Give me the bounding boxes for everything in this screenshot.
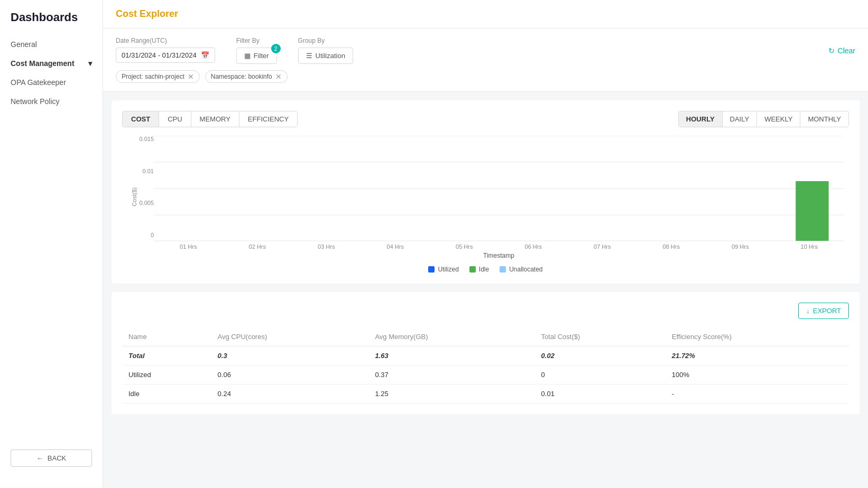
date-range-value: 01/31/2024 - 01/31/2024 — [122, 51, 197, 59]
selected-filters: Project: sachin-project ✕ Namespace: boo… — [116, 70, 855, 83]
cell-idle-cost: 0.01 — [535, 384, 666, 403]
x-label-07: 07 Hrs — [568, 243, 637, 250]
tab-cost[interactable]: COST — [123, 111, 159, 127]
table-row-total: Total 0.3 1.63 0.02 21.72% — [122, 346, 849, 365]
chip-label-namespace: Namespace: bookinfo — [211, 73, 272, 80]
cell-utilized-name: Utilized — [122, 365, 211, 384]
group-by-group: Group By ☰ Utilization — [298, 37, 353, 64]
sidebar-item-general[interactable]: General — [0, 35, 103, 54]
sidebar-item-cost-management[interactable]: Cost Management ▾ — [0, 54, 103, 73]
x-label-08: 08 Hrs — [637, 243, 706, 250]
cell-total-name: Total — [122, 346, 211, 365]
tab-weekly[interactable]: WEEKLY — [757, 111, 800, 127]
date-range-group: Date Range(UTC) 01/31/2024 - 01/31/2024 … — [116, 37, 215, 63]
y-label-0: 0 — [151, 232, 154, 238]
col-total-cost: Total Cost($) — [535, 327, 666, 346]
top-bar: Cost Explorer — [103, 0, 868, 29]
refresh-icon: ↻ — [828, 46, 835, 55]
col-avg-cpu: Avg CPU(cores) — [211, 327, 369, 346]
data-table: Name Avg CPU(cores) Avg Memory(GB) Total… — [122, 327, 849, 403]
filter-by-label: Filter By — [236, 37, 277, 44]
x-label-04: 04 Hrs — [361, 243, 430, 250]
x-label-10: 10 Hrs — [775, 243, 844, 250]
legend-unallocated: Unallocated — [500, 266, 542, 273]
col-avg-memory: Avg Memory(GB) — [368, 327, 534, 346]
group-by-label: Group By — [298, 37, 353, 44]
col-efficiency: Efficiency Score(%) — [666, 327, 849, 346]
col-name: Name — [122, 327, 211, 346]
chart-tabs-row: COST CPU MEMORY EFFICIENCY HOURLY DAILY … — [122, 111, 849, 127]
table-header-row: ↓ EXPORT — [122, 303, 849, 319]
tab-hourly[interactable]: HOURLY — [679, 111, 723, 127]
y-label-0015: 0.015 — [139, 136, 154, 142]
x-label-03: 03 Hrs — [292, 243, 361, 250]
chart-legend: Utilized Idle Unallocated — [122, 266, 849, 273]
cell-idle-name: Idle — [122, 384, 211, 403]
chart-wrapper: Cost($) 0.015 0.01 0.005 0 — [122, 136, 849, 259]
table-head: Name Avg CPU(cores) Avg Memory(GB) Total… — [122, 327, 849, 346]
table-header-row-cols: Name Avg CPU(cores) Avg Memory(GB) Total… — [122, 327, 849, 346]
x-axis-title: Timestamp — [154, 252, 844, 259]
chip-remove-namespace[interactable]: ✕ — [275, 73, 282, 80]
y-label-001: 0.01 — [143, 168, 154, 174]
x-axis-labels: 01 Hrs 02 Hrs 03 Hrs 04 Hrs 05 Hrs 06 Hr… — [154, 241, 844, 250]
tab-monthly[interactable]: MONTHLY — [800, 111, 848, 127]
sidebar-item-opa[interactable]: OPA Gatekeeper — [0, 73, 103, 92]
table-row-utilized: Utilized 0.06 0.37 0 100% — [122, 365, 849, 384]
date-range-label: Date Range(UTC) — [116, 37, 215, 44]
cell-total-cost: 0.02 — [535, 346, 666, 365]
sidebar: Dashboards General Cost Management ▾ OPA… — [0, 0, 103, 488]
chart-section: COST CPU MEMORY EFFICIENCY HOURLY DAILY … — [112, 100, 860, 284]
back-arrow-icon: ← — [36, 454, 43, 462]
cell-utilized-cpu: 0.06 — [211, 365, 369, 384]
cell-utilized-cost: 0 — [535, 365, 666, 384]
date-range-input[interactable]: 01/31/2024 - 01/31/2024 📅 — [116, 48, 215, 63]
filter-row: Date Range(UTC) 01/31/2024 - 01/31/2024 … — [116, 37, 855, 64]
table-body: Total 0.3 1.63 0.02 21.72% Utilized 0.06… — [122, 346, 849, 403]
cell-idle-memory: 1.25 — [368, 384, 534, 403]
x-label-09: 09 Hrs — [706, 243, 775, 250]
sidebar-bottom: ← BACK — [0, 439, 103, 477]
table-row-idle: Idle 0.24 1.25 0.01 - — [122, 384, 849, 403]
tab-cpu[interactable]: CPU — [159, 111, 191, 127]
y-label-0005: 0.005 — [139, 200, 154, 206]
chip-remove-project[interactable]: ✕ — [188, 73, 194, 80]
x-label-01: 01 Hrs — [154, 243, 223, 250]
filter-chip-project: Project: sachin-project ✕ — [116, 70, 200, 83]
legend-label-unallocated: Unallocated — [509, 266, 542, 273]
main-content: Cost Explorer Date Range(UTC) 01/31/2024… — [103, 0, 868, 488]
sidebar-title: Dashboards — [0, 11, 103, 35]
tab-memory[interactable]: MEMORY — [191, 111, 239, 127]
legend-dot-idle — [469, 266, 476, 273]
cell-idle-cpu: 0.24 — [211, 384, 369, 403]
table-section: ↓ EXPORT Name Avg CPU(cores) Avg Memory(… — [112, 292, 860, 414]
y-axis-labels: 0.015 0.01 0.005 0 — [133, 136, 154, 238]
cell-utilized-memory: 0.37 — [368, 365, 534, 384]
chip-label-project: Project: sachin-project — [122, 73, 184, 80]
sidebar-item-network-policy[interactable]: Network Policy — [0, 92, 103, 111]
legend-idle: Idle — [469, 266, 489, 273]
legend-utilized: Utilized — [428, 266, 458, 273]
chart-svg — [154, 136, 844, 241]
tab-efficiency[interactable]: EFFICIENCY — [239, 111, 297, 127]
utilization-button[interactable]: ☰ Utilization — [298, 48, 353, 64]
utilization-icon: ☰ — [306, 52, 312, 60]
legend-dot-utilized — [428, 266, 435, 273]
clear-button[interactable]: ↻ Clear — [828, 46, 855, 55]
back-button[interactable]: ← BACK — [11, 449, 92, 467]
tab-daily[interactable]: DAILY — [723, 111, 758, 127]
x-label-06: 06 Hrs — [499, 243, 568, 250]
download-icon: ↓ — [806, 307, 810, 315]
filter-section: Date Range(UTC) 01/31/2024 - 01/31/2024 … — [103, 29, 868, 92]
cell-total-memory: 1.63 — [368, 346, 534, 365]
legend-dot-unallocated — [500, 266, 506, 273]
filter-icon: ▦ — [244, 52, 251, 60]
x-label-02: 02 Hrs — [223, 243, 292, 250]
filter-chip-namespace: Namespace: bookinfo ✕ — [205, 70, 288, 83]
page-title: Cost Explorer — [116, 8, 855, 20]
legend-label-utilized: Utilized — [438, 266, 458, 273]
cell-idle-efficiency: - — [666, 384, 849, 403]
legend-label-idle: Idle — [479, 266, 489, 273]
filter-button[interactable]: ▦ Filter 2 — [236, 48, 277, 64]
export-button[interactable]: ↓ EXPORT — [798, 303, 849, 319]
